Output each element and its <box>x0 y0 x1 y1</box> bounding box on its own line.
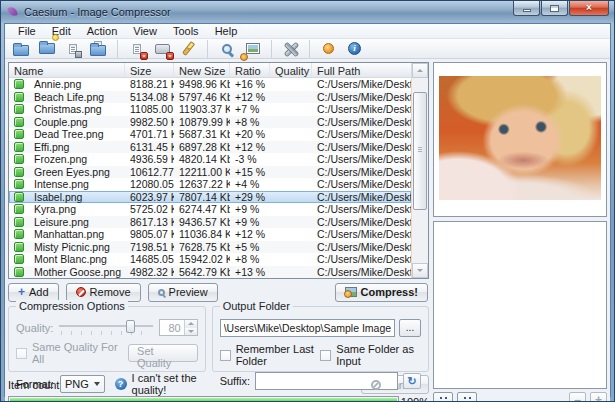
cell-ratio: +9 % <box>230 203 270 215</box>
cell-new-size: 5642.79 Kb <box>174 266 230 278</box>
cell-size: 11085.00 Kb <box>125 103 174 115</box>
scroll-up-arrow[interactable] <box>412 63 428 78</box>
table-row[interactable]: Couple.png 9982.50 Kb 10879.99 Kb +8 % C… <box>9 116 411 129</box>
reset-suffix-icon[interactable]: ↻ <box>403 373 421 389</box>
save-list-icon[interactable] <box>63 39 82 58</box>
table-row[interactable]: Manhattan.png 9805.07 Kb 11036.84 Kb +12… <box>9 228 411 241</box>
output-folder-title: Output Folder <box>220 300 293 312</box>
format-value: PNG <box>65 378 94 390</box>
menu-action[interactable]: Action <box>79 24 126 38</box>
table-row[interactable]: Mont Blanc.png 14685.05 Kb 15942.02 Kb +… <box>9 253 411 266</box>
quality-hint-text: I can't set the quality! <box>132 372 198 396</box>
help-icon[interactable]: ? <box>115 378 127 390</box>
add-pictures-icon[interactable] <box>11 39 30 58</box>
cell-ratio: +29 % <box>230 191 270 203</box>
table-row[interactable]: Dead Tree.png 4701.71 Kb 5687.31 Kb +20 … <box>9 128 411 141</box>
remove-item-icon[interactable]: × <box>127 39 146 58</box>
column-header-name[interactable]: Name <box>9 63 125 77</box>
file-table: Name Size New Size Ratio Quality Full Pa… <box>8 62 429 279</box>
set-quality-button[interactable]: Set Quality <box>128 344 198 362</box>
title-bar[interactable]: Caesium - Image Compressor × <box>1 1 614 23</box>
cell-name: Isabel.png <box>29 191 125 203</box>
menu-help[interactable]: Help <box>207 24 246 38</box>
table-row[interactable]: Annie.png 8188.21 Kb 9498.96 Kb +16 % C:… <box>9 78 411 91</box>
table-row[interactable]: Isabel.png 6023.97 Kb 7807.14 Kb +29 % C… <box>9 191 411 204</box>
clear-list-icon[interactable]: × <box>153 39 172 58</box>
same-quality-checkbox[interactable] <box>16 348 27 359</box>
spin-up-arrow[interactable] <box>185 320 197 328</box>
menu-edit[interactable]: Edit <box>44 24 79 38</box>
table-row[interactable]: Frozen.png 4936.59 Kb 4820.14 Kb -3 % C:… <box>9 153 411 166</box>
tools-icon[interactable] <box>281 39 300 58</box>
table-row[interactable]: Christmas.png 11085.00 Kb 11903.37 Kb +7… <box>9 103 411 116</box>
compress-button[interactable]: Compress! <box>335 283 428 302</box>
spin-down-arrow[interactable] <box>185 328 197 336</box>
zoom-out-button[interactable]: – <box>569 392 586 402</box>
preferences-icon[interactable] <box>319 39 338 58</box>
png-file-icon <box>14 79 24 89</box>
column-header-full-path[interactable]: Full Path <box>312 63 411 77</box>
output-path-input[interactable] <box>220 319 395 337</box>
table-row[interactable]: Misty Picnic.png 7198.51 Kb 7628.75 Kb +… <box>9 241 411 254</box>
quality-spinbox[interactable]: 80 <box>159 319 198 336</box>
zoom-in-button[interactable]: + <box>590 392 607 402</box>
toolbar-separator <box>207 40 208 58</box>
column-header-quality[interactable]: Quality <box>270 63 312 77</box>
about-icon[interactable]: i <box>345 39 364 58</box>
cell-name: Misty Picnic.png <box>29 241 125 253</box>
table-row[interactable]: Kyra.png 5725.02 Kb 6274.47 Kb +9 % C:/U… <box>9 203 411 216</box>
open-list-icon[interactable] <box>89 39 108 58</box>
table-row[interactable]: Intense.png 12080.05 Kb 12637.22 Kb +4 %… <box>9 178 411 191</box>
output-folder-group: Output Folder ... Remember Last Folder <box>212 306 429 372</box>
quality-slider-handle[interactable] <box>126 320 135 333</box>
png-file-icon <box>14 229 24 239</box>
column-header-size[interactable]: Size <box>125 63 174 77</box>
actual-size-button[interactable] <box>457 392 477 402</box>
cell-name: Frozen.png <box>29 153 125 165</box>
zoom-fit-button[interactable] <box>433 392 453 402</box>
menu-file[interactable]: File <box>10 24 44 38</box>
minimize-button[interactable] <box>513 1 540 16</box>
cell-full-path: C:/Users/Mike/Desktop/S... <box>312 78 411 90</box>
table-row[interactable]: Green Eyes.png 10612.77 Kb 12211.00 Kb +… <box>9 166 411 179</box>
maximize-button[interactable] <box>541 1 568 16</box>
preview-icon[interactable] <box>217 39 236 58</box>
cell-new-size: 5797.46 Kb <box>174 91 230 103</box>
scrollbar-thumb[interactable] <box>413 92 427 210</box>
cell-name: Mother Goose.png <box>29 266 125 278</box>
remember-folder-checkbox[interactable] <box>220 350 231 361</box>
cell-new-size: 6897.28 Kb <box>174 141 230 153</box>
table-row[interactable]: Leisure.png 8617.13 Kb 9436.57 Kb +9 % C… <box>9 216 411 229</box>
add-button[interactable]: +Add <box>8 283 59 302</box>
cell-ratio: -3 % <box>230 153 270 165</box>
compress-icon[interactable] <box>243 39 262 58</box>
vertical-scrollbar[interactable] <box>411 63 428 278</box>
table-row[interactable]: Effi.png 6131.45 Kb 6897.28 Kb +12 % C:/… <box>9 141 411 154</box>
scroll-down-arrow[interactable] <box>412 263 428 278</box>
close-icon: × <box>586 3 592 13</box>
column-header-ratio[interactable]: Ratio <box>230 63 270 77</box>
add-folder-icon[interactable] <box>37 39 56 58</box>
table-row[interactable]: Mother Goose.png 4982.32 Kb 5642.79 Kb +… <box>9 266 411 279</box>
cell-full-path: C:/Users/Mike/Desktop/S... <box>312 153 411 165</box>
column-header-new-size[interactable]: New Size <box>174 63 230 77</box>
preview-button[interactable]: Preview <box>148 283 218 302</box>
scrollbar-track[interactable] <box>412 78 428 263</box>
quality-slider[interactable] <box>59 320 152 336</box>
menu-tools[interactable]: Tools <box>165 24 207 38</box>
menu-view[interactable]: View <box>125 24 165 38</box>
png-file-icon <box>14 179 24 189</box>
browse-button[interactable]: ... <box>399 319 421 337</box>
compression-options-title: Compression Options <box>16 300 128 312</box>
table-row[interactable]: Beach Life.png 5134.08 Kb 5797.46 Kb +12… <box>9 91 411 104</box>
cell-ratio: +16 % <box>230 78 270 90</box>
clean-icon[interactable] <box>179 39 198 58</box>
cell-size: 12080.05 Kb <box>125 178 174 190</box>
cell-full-path: C:/Users/Mike/Desktop/S... <box>312 191 411 203</box>
toolbar: × × i <box>5 39 610 59</box>
format-dropdown[interactable]: PNG <box>60 375 105 393</box>
plus-icon: + <box>18 287 25 297</box>
close-button[interactable]: × <box>569 1 609 16</box>
remove-button[interactable]: Remove <box>66 283 141 302</box>
same-folder-checkbox[interactable] <box>320 350 331 361</box>
